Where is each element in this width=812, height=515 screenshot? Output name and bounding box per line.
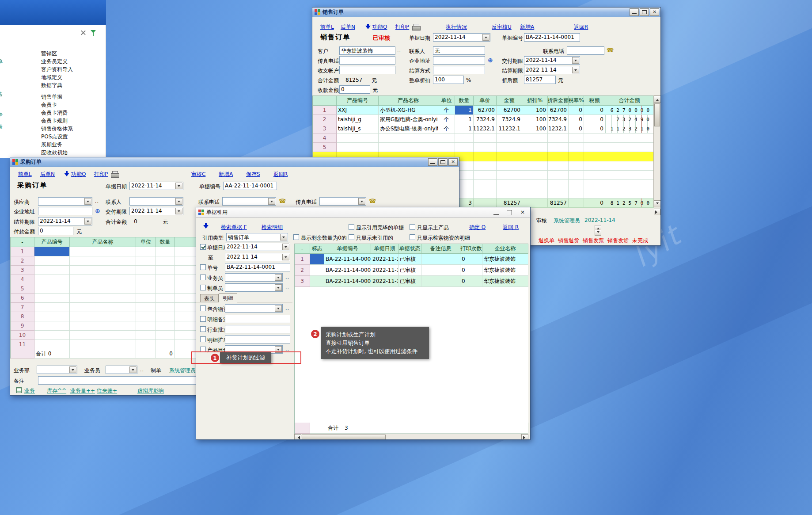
record-spinner[interactable] xyxy=(595,225,601,236)
contact-field[interactable]: 无 xyxy=(433,46,485,55)
after-discount-field[interactable]: 81257 xyxy=(524,76,556,84)
table-row[interactable]: 3 taishiji_s 办公S型电脑-银奥-onlyit 个 1 11232.… xyxy=(313,124,654,134)
address-field[interactable] xyxy=(38,207,92,215)
clerk-more-button[interactable]: .. xyxy=(140,367,144,373)
menu-item[interactable]: 会员卡消费 xyxy=(41,109,68,117)
return-exchange-button[interactable]: 退换单 xyxy=(539,237,554,244)
back-button[interactable]: 返回 R xyxy=(503,224,519,231)
next-doc-button[interactable]: 后单N xyxy=(40,171,55,178)
dropdown-arrow-icon[interactable] xyxy=(129,366,137,373)
phone-field[interactable] xyxy=(222,197,276,206)
clerk-more-button[interactable]: .. xyxy=(285,275,289,280)
close-button[interactable]: × xyxy=(448,158,458,166)
cell-flag-selected[interactable] xyxy=(310,254,324,265)
checkbox-clerk[interactable] xyxy=(200,275,206,280)
function-button[interactable]: 功能O xyxy=(71,171,86,178)
scroll-left-button[interactable] xyxy=(294,434,301,440)
settle-term-field[interactable]: 2022-11-14 xyxy=(38,217,92,225)
menu-item[interactable]: 客户资料导入 xyxy=(41,66,73,73)
tab-header[interactable]: 表头 xyxy=(200,294,219,302)
horizontal-scrollbar[interactable] xyxy=(294,434,528,440)
detail-note-field[interactable] xyxy=(225,315,290,323)
checkbox-zero-left[interactable] xyxy=(293,234,299,240)
dropdown-arrow-icon[interactable] xyxy=(572,57,579,64)
table-row[interactable]: 3 BA-22-11-14-0001 2022-11-14 已审核 0 华东捷波… xyxy=(295,276,528,287)
close-button[interactable]: × xyxy=(650,8,659,16)
print-button[interactable]: 打印P xyxy=(94,171,108,178)
next-doc-button[interactable]: 后单N xyxy=(341,23,355,31)
menu-item[interactable]: 会员卡规则 xyxy=(41,117,68,125)
audit-button[interactable]: 审核C xyxy=(191,171,205,178)
doc-no-field[interactable]: AA-22-11-14-0001 xyxy=(223,182,277,190)
table-row[interactable]: 1 BA-22-11-14-0001 2022-11-14 已审核 0 华东捷波… xyxy=(295,254,528,265)
spin-up-icon[interactable] xyxy=(595,225,601,230)
search-detail-button[interactable]: 检索明细 xyxy=(262,224,283,231)
checkbox-include[interactable] xyxy=(200,305,206,311)
menu-item[interactable]: POS点设置 xyxy=(41,133,68,141)
dropdown-arrow-icon[interactable] xyxy=(275,284,282,291)
add-button[interactable]: 新增A xyxy=(520,23,534,31)
tab-detail[interactable]: 明细 xyxy=(219,293,237,302)
doc-date-field[interactable]: 2022-11-14 xyxy=(129,182,183,190)
function-menu-icon[interactable] xyxy=(365,24,371,30)
table-row[interactable]: 2 BA-22-11-14-0001 2022-11-14 已审核 0 华东捷波… xyxy=(295,265,528,276)
sales-invoice-button[interactable]: 销售发票 xyxy=(583,237,604,244)
dropdown-arrow-icon[interactable] xyxy=(280,234,287,240)
checkbox-main-only[interactable] xyxy=(410,224,415,230)
clerk-field[interactable] xyxy=(106,366,137,374)
supplier-more-button[interactable]: .. xyxy=(95,198,99,204)
checkbox-batch[interactable] xyxy=(200,326,206,332)
sales-return-button[interactable]: 销售退货 xyxy=(558,237,579,244)
dropdown-arrow-icon[interactable] xyxy=(282,244,289,250)
printer-icon[interactable] xyxy=(111,171,118,177)
scrollbar-thumb[interactable] xyxy=(302,435,386,440)
back-button[interactable]: 返回R xyxy=(574,23,588,31)
address-field[interactable] xyxy=(433,56,485,65)
globe-icon[interactable]: ⊕ xyxy=(95,207,100,214)
prev-doc-button[interactable]: 前单L xyxy=(18,171,32,178)
account-field[interactable] xyxy=(339,66,395,74)
dropdown-arrow-icon[interactable] xyxy=(275,274,282,281)
sales-delivery-button[interactable]: 销售发货 xyxy=(607,237,629,244)
checkbox-searched-only[interactable] xyxy=(410,234,415,240)
unaudit-button[interactable]: 反审核U xyxy=(492,23,512,31)
supplier-field[interactable] xyxy=(38,197,92,206)
checkbox-unref-only[interactable] xyxy=(349,234,354,240)
maker-field[interactable] xyxy=(225,283,283,292)
doc-no-field[interactable]: BA-22-11-14-0001 xyxy=(524,33,580,42)
scroll-right-button[interactable] xyxy=(521,434,528,440)
customer-more-button[interactable]: .. xyxy=(397,48,401,53)
menu-item[interactable]: 会员卡 xyxy=(41,101,57,109)
deliver-date-field[interactable]: 2022-11-14 xyxy=(129,207,183,215)
checkbox-doc-no[interactable] xyxy=(200,264,206,270)
globe-icon[interactable]: ⊕ xyxy=(488,57,493,64)
menu-item[interactable]: 销售价格体系 xyxy=(41,125,73,133)
cell-qty-selected[interactable]: 1 xyxy=(455,106,474,115)
add-button[interactable]: 新增A xyxy=(219,171,233,178)
dropdown-arrow-icon[interactable] xyxy=(175,183,182,189)
maker-more-button[interactable]: .. xyxy=(285,285,289,290)
table-row[interactable]: 2 taishiji_g 家用G型电脑-金奥-onlyit 个 1 7324.9… xyxy=(313,115,654,124)
checkbox-date[interactable] xyxy=(200,244,206,250)
account-link[interactable]: 往来账+ xyxy=(97,387,117,395)
received-field[interactable]: 0 xyxy=(339,85,370,94)
minimize-button[interactable] xyxy=(490,208,502,217)
dept-field[interactable] xyxy=(37,366,77,374)
dropdown-arrow-icon[interactable] xyxy=(84,198,91,205)
dropdown-arrow-icon[interactable] xyxy=(358,198,365,205)
settle-method-field[interactable] xyxy=(433,66,485,74)
settle-term-field[interactable]: 2022-11-14 xyxy=(524,66,580,74)
minimize-button[interactable] xyxy=(630,8,639,16)
dropdown-arrow-icon[interactable] xyxy=(482,34,489,41)
menu-item[interactable]: 展期业务 xyxy=(41,141,62,149)
maximize-button[interactable] xyxy=(640,8,649,16)
pay-field[interactable]: 0 xyxy=(38,227,73,235)
dropdown-arrow-icon[interactable] xyxy=(275,305,282,312)
dropdown-arrow-icon[interactable] xyxy=(175,208,182,214)
deliver-date-field[interactable]: 2022-11-14 xyxy=(524,56,580,65)
purchase-titlebar[interactable]: 采购订单 × xyxy=(10,157,459,167)
phone-icon[interactable]: ☎ xyxy=(607,47,614,53)
printer-icon[interactable] xyxy=(412,24,420,30)
back-button[interactable]: 返回R xyxy=(273,171,288,178)
function-menu-icon[interactable] xyxy=(203,223,209,229)
